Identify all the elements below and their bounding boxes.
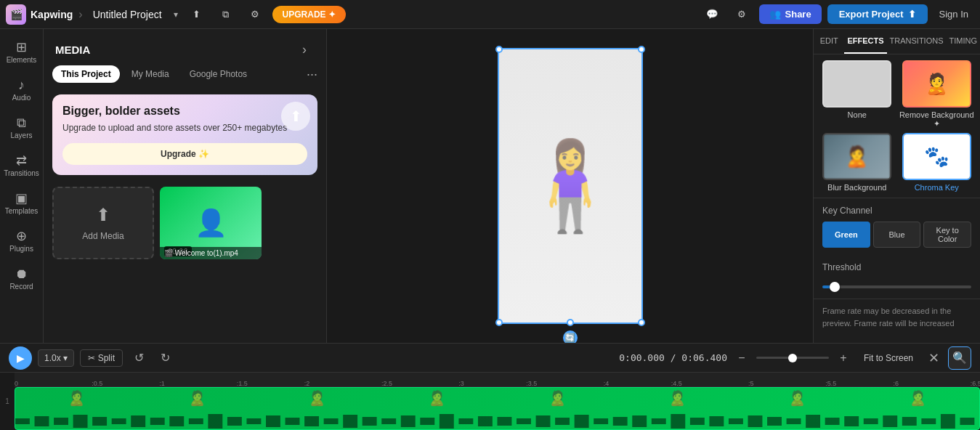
project-dropdown-btn[interactable]: ▾ — [172, 8, 179, 21]
sidebar-item-layers[interactable]: ⧉ Layers — [3, 110, 41, 145]
redo-btn[interactable]: ↻ — [155, 348, 175, 368]
zoom-in-btn[interactable]: + — [833, 348, 854, 368]
frame-icon-7: 🙎 — [788, 389, 806, 407]
video-clip[interactable]: 🙎 🙎 🙎 🙎 🙎 🙎 🙎 🙎 — [15, 387, 980, 430]
effect-thumb-blur-bg: 🙎 — [822, 133, 891, 180]
svg-rect-41 — [806, 415, 820, 428]
zoom-out-btn[interactable]: − — [732, 348, 752, 368]
signin-btn[interactable]: Sign In — [934, 4, 974, 24]
sidebar-item-audio[interactable]: ♪ Audio — [3, 73, 41, 108]
undo-btn[interactable]: ↺ — [129, 348, 149, 368]
play-btn[interactable]: ▶ — [9, 346, 32, 370]
frame-icon-2: 🙎 — [188, 389, 206, 407]
track-number: 1 — [0, 373, 15, 430]
media-more-btn[interactable]: ··· — [307, 65, 317, 83]
svg-rect-17 — [343, 415, 357, 428]
media-tabs: This Project My Media Google Photos ··· — [44, 65, 326, 89]
svg-rect-19 — [381, 418, 396, 424]
split-btn[interactable]: ✂ Split — [80, 349, 123, 367]
plugins-icon: ⊕ — [16, 230, 27, 243]
search-icon-btn[interactable]: 🔍 — [948, 346, 971, 370]
settings-icon-btn[interactable]: ⚙ — [243, 3, 267, 26]
sidebar-item-plugins-label: Plugins — [9, 245, 33, 253]
upgrade-banner-btn[interactable]: Upgrade ✨ — [62, 143, 307, 165]
share-btn[interactable]: 👥 Share — [759, 4, 822, 24]
effect-thumb-remove-bg: 🙎 — [902, 60, 971, 108]
svg-rect-7 — [150, 418, 165, 425]
person-icon: 👤 — [195, 208, 227, 238]
speed-btn[interactable]: 1.0x ▾ — [38, 349, 74, 367]
svg-rect-0 — [15, 418, 30, 424]
tab-transitions-right[interactable]: TRANSITIONS — [887, 29, 947, 54]
add-media-btn[interactable]: ⬆ Add Media — [52, 187, 154, 259]
zoom-slider[interactable] — [756, 357, 829, 359]
canvas-area[interactable]: 🧍‍♀️ 🔄 — [327, 29, 813, 343]
tab-effects[interactable]: EFFECTS — [844, 29, 886, 54]
split-label: Split — [98, 353, 115, 363]
export-icon: ⬆ — [908, 9, 916, 20]
sidebar-item-record[interactable]: ⏺ Record — [3, 261, 41, 296]
topbar: 🎬 Kapwing › Untitled Project ▾ ⬆ ⧉ ⚙ UPG… — [0, 0, 980, 29]
video-frame[interactable]: 🧍‍♀️ 🔄 — [498, 48, 643, 324]
project-name[interactable]: Untitled Project — [89, 7, 166, 22]
effect-chroma-key[interactable]: 🐾 Chroma Key — [899, 133, 975, 192]
ruler-4: :4 — [604, 380, 610, 387]
timeline-controls: ▶ 1.0x ▾ ✂ Split ↺ ↻ 0:00.000 / 0:06.400… — [0, 344, 980, 373]
sidebar-item-templates[interactable]: ▣ Templates — [3, 186, 41, 221]
effect-remove-bg[interactable]: 🙎 Remove Background ✦ — [899, 60, 975, 129]
effect-none[interactable]: None — [819, 60, 895, 129]
svg-rect-3 — [73, 415, 88, 428]
svg-rect-4 — [92, 417, 107, 426]
logo[interactable]: 🎬 Kapwing — [6, 4, 73, 25]
logo-text: Kapwing — [31, 9, 73, 20]
svg-rect-48 — [941, 414, 955, 429]
media-title: MEDIA — [55, 44, 90, 56]
svg-rect-12 — [246, 418, 261, 424]
comment-icon-btn[interactable]: 💬 — [701, 3, 724, 26]
right-panel-tabs: EDIT EFFECTS TRANSITIONS TIMING — [814, 29, 980, 54]
audio-icon: ♪ — [18, 78, 25, 92]
media-thumb-0[interactable]: 👤 00:06 🎬 Welcome to(1).mp4 — [160, 187, 262, 259]
key-btn-blue[interactable]: Blue — [873, 222, 921, 248]
close-timeline-btn[interactable]: ✕ — [923, 348, 944, 368]
key-btn-key-to-color[interactable]: Key to Color — [923, 222, 971, 248]
frame-icon-4: 🙎 — [428, 389, 446, 407]
key-btn-green[interactable]: Green — [822, 222, 870, 248]
tab-google-photos[interactable]: Google Photos — [181, 65, 256, 83]
video-track: 🙎 🙎 🙎 🙎 🙎 🙎 🙎 🙎 — [15, 387, 980, 430]
chroma-key-icon: 🐾 — [924, 145, 949, 169]
rotate-handle[interactable]: 🔄 — [563, 330, 578, 343]
share-icon: 👥 — [769, 9, 781, 20]
sidebar-item-record-label: Record — [9, 283, 33, 291]
tab-timing[interactable]: TIMING — [947, 29, 981, 54]
svg-rect-30 — [594, 418, 608, 424]
export-btn[interactable]: Export Project ⬆ — [827, 4, 928, 24]
media-panel: MEDIA › This Project My Media Google Pho… — [44, 29, 327, 343]
history-icon-btn[interactable]: ⧉ — [214, 3, 238, 26]
svg-rect-6 — [131, 415, 145, 427]
svg-rect-9 — [189, 418, 203, 424]
effect-label-remove-bg: Remove Background ✦ — [899, 110, 975, 129]
sidebar-item-transitions[interactable]: ⇄ Transitions — [3, 148, 41, 183]
effect-blur-bg[interactable]: 🙎 Blur Background — [819, 133, 895, 192]
svg-rect-5 — [112, 418, 126, 424]
svg-rect-36 — [709, 416, 724, 426]
time-current: 0:00.000 — [619, 352, 665, 363]
timeline-right: 0:00.000 / 0:06.400 − + Fit to Screen ✕ … — [619, 346, 971, 370]
key-channel-section: Key Channel Green Blue Key to Color — [814, 198, 980, 255]
tab-this-project[interactable]: This Project — [52, 65, 120, 83]
upgrade-btn[interactable]: UPGRADE ✦ — [272, 6, 346, 23]
collapse-panel-btn[interactable]: › — [294, 39, 315, 60]
redo-icon: ↻ — [161, 351, 170, 365]
right-panel: EDIT EFFECTS TRANSITIONS TIMING None 🙎 — [813, 29, 980, 343]
threshold-slider[interactable] — [822, 285, 971, 288]
share-upload-icon-btn[interactable]: ⬆ — [185, 3, 208, 26]
tab-edit[interactable]: EDIT — [814, 29, 844, 54]
sidebar-item-plugins[interactable]: ⊕ Plugins — [3, 224, 41, 259]
sidebar-item-elements[interactable]: ⊞ Elements — [3, 35, 41, 70]
export-label: Export Project — [839, 9, 904, 20]
add-media-icon: ⬆ — [96, 205, 110, 225]
tab-my-media[interactable]: My Media — [123, 65, 178, 83]
fit-screen-btn[interactable]: Fit to Screen — [858, 350, 919, 366]
gear-icon-btn[interactable]: ⚙ — [730, 3, 753, 26]
